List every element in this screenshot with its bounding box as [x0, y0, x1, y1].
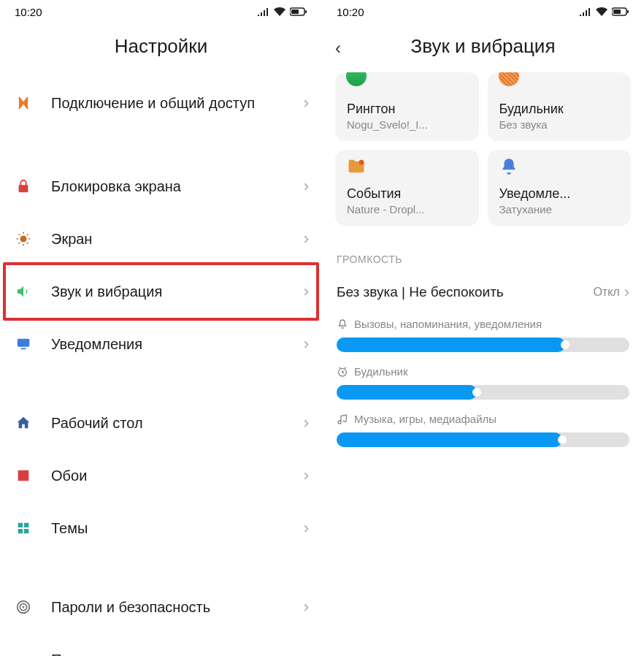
status-icons	[258, 7, 307, 16]
page-title: Звук и вибрация	[322, 35, 644, 58]
alarm-icon	[498, 72, 520, 87]
lock-icon	[13, 176, 34, 197]
sun-icon	[13, 229, 34, 249]
slider-label-text: Вызовы, напоминания, уведомления	[354, 318, 542, 330]
svg-line-11	[27, 234, 28, 235]
item-battery[interactable]: Питание и ›	[0, 633, 322, 656]
chevron-right-icon: ›	[304, 519, 309, 538]
slider-track[interactable]	[337, 385, 629, 400]
item-home-screen[interactable]: Рабочий стол ›	[0, 397, 322, 449]
item-security[interactable]: Пароли и безопасность ›	[0, 581, 322, 633]
item-label: Звук и вибрация	[51, 282, 304, 301]
chevron-right-icon: ›	[624, 283, 629, 302]
tile-title: Уведомле...	[499, 186, 620, 202]
svg-point-16	[23, 606, 25, 609]
slider-label: Будильник	[337, 365, 629, 378]
slider-track[interactable]	[337, 432, 629, 447]
slider-fill	[337, 337, 565, 352]
chevron-right-icon: ›	[304, 177, 309, 196]
row-dnd[interactable]: Без звука | Не беспокоить Откл ›	[322, 274, 644, 310]
chevron-right-icon: ›	[304, 94, 309, 112]
item-label: Питание и	[51, 650, 304, 656]
svg-line-8	[19, 234, 20, 235]
slider-fill	[337, 432, 562, 447]
slider-media: Музыка, игры, медиафайлы	[322, 405, 644, 453]
tile-events[interactable]: События Nature - Dropl...	[335, 150, 479, 226]
home-icon	[13, 413, 34, 433]
chevron-right-icon: ›	[304, 466, 309, 485]
signal-icon	[258, 7, 269, 16]
tile-subtitle: Без звука	[499, 118, 620, 131]
ringtone-icon	[345, 72, 367, 87]
item-label: Пароли и безопасность	[51, 598, 304, 617]
clock-icon	[337, 366, 348, 378]
slider-fill	[337, 385, 477, 400]
item-connection-sharing[interactable]: Подключение и общий доступ ›	[0, 72, 322, 134]
item-label: Подключение и общий доступ	[51, 94, 304, 112]
slider-thumb[interactable]	[472, 388, 481, 397]
battery-icon	[612, 7, 629, 16]
item-display[interactable]: Экран ›	[0, 213, 322, 265]
tile-title: Будильник	[499, 102, 620, 117]
item-lockscreen[interactable]: Блокировка экрана ›	[0, 160, 322, 213]
tile-alarm[interactable]: Будильник Без звука	[488, 72, 632, 141]
bell-outline-icon	[337, 319, 348, 330]
settings-list: Подключение и общий доступ › Блокировка …	[0, 72, 322, 656]
status-bar: 10:20	[0, 0, 322, 23]
tile-subtitle: Затухание	[499, 203, 620, 216]
item-label: Блокировка экрана	[51, 177, 304, 196]
slider-label: Вызовы, напоминания, уведомления	[337, 318, 629, 330]
row-label: Без звука | Не беспокоить	[337, 284, 593, 300]
svg-rect-2	[291, 9, 299, 14]
screen-sound: 10:20 ‹ Звук и вибрация Рингтон Nogu_Sve…	[322, 0, 644, 656]
tile-notifications[interactable]: Уведомле... Затухание	[488, 150, 632, 226]
row-value: Откл	[593, 286, 619, 299]
tile-subtitle: Nature - Dropl...	[347, 203, 467, 216]
slider-calls: Вызовы, напоминания, уведомления	[322, 310, 644, 358]
item-label: Рабочий стол	[51, 413, 304, 432]
item-notifications[interactable]: Уведомления ›	[0, 318, 322, 370]
notifications-icon	[13, 334, 34, 354]
music-note-icon	[337, 413, 348, 425]
slider-track[interactable]	[337, 337, 629, 352]
chevron-right-icon: ›	[304, 413, 309, 432]
tile-ringtone[interactable]: Рингтон Nogu_Svelo!_I...	[335, 72, 479, 141]
wallpaper-icon	[13, 465, 34, 486]
item-label: Обои	[51, 466, 304, 485]
slider-label-text: Музыка, игры, медиафайлы	[354, 413, 497, 425]
svg-rect-21	[613, 9, 621, 14]
item-sound-vibration[interactable]: Звук и вибрация ›	[0, 265, 322, 318]
status-icons	[580, 7, 629, 16]
tile-title: Рингтон	[347, 102, 467, 117]
themes-icon	[13, 518, 34, 538]
svg-rect-1	[305, 10, 307, 13]
status-time: 10:20	[15, 6, 42, 18]
svg-line-9	[27, 243, 28, 243]
slider-thumb[interactable]	[561, 340, 570, 349]
tile-subtitle: Nogu_Svelo!_I...	[347, 118, 467, 131]
item-label: Темы	[51, 519, 304, 538]
status-bar: 10:20	[322, 0, 644, 23]
page-title: Настройки	[0, 35, 322, 58]
svg-line-10	[19, 243, 20, 243]
svg-rect-13	[20, 348, 26, 350]
svg-point-22	[359, 160, 364, 165]
screen-settings: 10:20 Настройки Подключение и общий дост…	[0, 0, 322, 656]
fingerprint-icon	[13, 597, 34, 617]
connection-icon	[13, 93, 34, 113]
section-volume-label: ГРОМКОСТЬ	[322, 237, 644, 274]
slider-label: Музыка, игры, медиафайлы	[337, 413, 629, 425]
slider-thumb[interactable]	[558, 435, 567, 444]
back-button[interactable]: ‹	[335, 38, 341, 58]
status-time: 10:20	[337, 6, 364, 18]
item-wallpaper[interactable]: Обои ›	[0, 449, 322, 502]
chevron-right-icon: ›	[304, 229, 309, 248]
sound-tiles: Рингтон Nogu_Svelo!_I... Будильник Без з…	[322, 72, 644, 237]
svg-rect-20	[627, 10, 629, 13]
speaker-icon	[13, 281, 34, 302]
svg-rect-12	[18, 339, 30, 347]
item-themes[interactable]: Темы ›	[0, 502, 322, 554]
signal-icon	[580, 7, 591, 16]
page-header: ‹ Звук и вибрация	[322, 23, 644, 72]
battery-icon	[290, 7, 307, 16]
